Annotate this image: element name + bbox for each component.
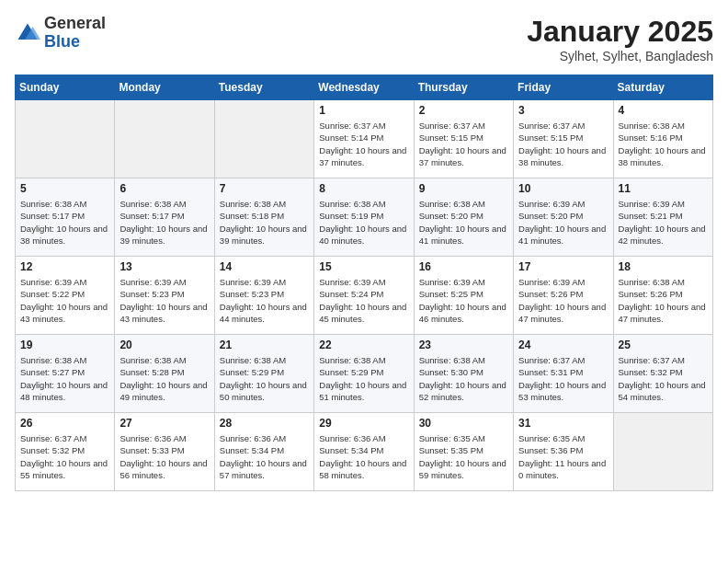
page-header: General Blue January 2025 Sylhet, Sylhet… — [15, 15, 713, 63]
day-info: Sunrise: 6:37 AMSunset: 5:15 PMDaylight:… — [419, 120, 508, 168]
header-friday: Friday — [514, 75, 613, 100]
day-number: 25 — [619, 339, 708, 351]
day-number: 17 — [518, 260, 608, 273]
table-cell: 7Sunrise: 6:38 AMSunset: 5:18 PMDaylight… — [214, 178, 313, 257]
day-info: Sunrise: 6:38 AMSunset: 5:26 PMDaylight:… — [619, 276, 708, 325]
day-number: 16 — [419, 260, 508, 273]
calendar-header: Sunday Monday Tuesday Wednesday Thursday… — [16, 75, 713, 100]
header-tuesday: Tuesday — [214, 75, 313, 100]
table-cell: 9Sunrise: 6:38 AMSunset: 5:20 PMDaylight… — [414, 178, 513, 257]
table-cell: 1Sunrise: 6:37 AMSunset: 5:14 PMDaylight… — [314, 100, 414, 178]
day-info: Sunrise: 6:38 AMSunset: 5:29 PMDaylight:… — [319, 354, 408, 403]
table-cell: 16Sunrise: 6:39 AMSunset: 5:25 PMDayligh… — [414, 257, 513, 335]
day-number: 12 — [20, 260, 109, 273]
table-cell: 5Sunrise: 6:38 AMSunset: 5:17 PMDaylight… — [16, 178, 115, 257]
table-cell: 17Sunrise: 6:39 AMSunset: 5:26 PMDayligh… — [514, 257, 613, 335]
day-info: Sunrise: 6:39 AMSunset: 5:25 PMDaylight:… — [419, 276, 508, 325]
day-number: 18 — [619, 260, 708, 273]
calendar-table: Sunday Monday Tuesday Wednesday Thursday… — [15, 75, 713, 491]
day-number: 8 — [319, 182, 408, 195]
day-info: Sunrise: 6:38 AMSunset: 5:16 PMDaylight:… — [619, 120, 708, 168]
day-number: 6 — [119, 182, 209, 195]
table-cell: 12Sunrise: 6:39 AMSunset: 5:22 PMDayligh… — [16, 257, 115, 335]
table-cell: 25Sunrise: 6:37 AMSunset: 5:32 PMDayligh… — [613, 335, 712, 413]
table-cell: 18Sunrise: 6:38 AMSunset: 5:26 PMDayligh… — [613, 257, 712, 335]
table-cell: 11Sunrise: 6:39 AMSunset: 5:21 PMDayligh… — [613, 178, 712, 257]
header-saturday: Saturday — [613, 75, 712, 100]
header-sunday: Sunday — [16, 75, 115, 100]
day-number: 26 — [20, 417, 109, 430]
table-cell: 28Sunrise: 6:36 AMSunset: 5:34 PMDayligh… — [214, 413, 313, 491]
table-cell: 30Sunrise: 6:35 AMSunset: 5:35 PMDayligh… — [414, 413, 513, 491]
day-number: 9 — [419, 182, 508, 195]
day-info: Sunrise: 6:38 AMSunset: 5:17 PMDaylight:… — [20, 198, 109, 247]
day-info: Sunrise: 6:37 AMSunset: 5:15 PMDaylight:… — [518, 120, 608, 168]
logo-text: General Blue — [44, 15, 106, 52]
day-info: Sunrise: 6:37 AMSunset: 5:14 PMDaylight:… — [319, 120, 408, 168]
table-cell: 15Sunrise: 6:39 AMSunset: 5:24 PMDayligh… — [314, 257, 414, 335]
day-info: Sunrise: 6:39 AMSunset: 5:21 PMDaylight:… — [619, 198, 708, 247]
day-number: 1 — [319, 104, 408, 117]
table-cell: 3Sunrise: 6:37 AMSunset: 5:15 PMDaylight… — [514, 100, 613, 178]
day-number: 23 — [419, 339, 508, 351]
logo-blue: Blue — [44, 32, 80, 51]
day-number: 30 — [419, 417, 508, 430]
day-info: Sunrise: 6:38 AMSunset: 5:19 PMDaylight:… — [319, 198, 408, 247]
day-info: Sunrise: 6:38 AMSunset: 5:29 PMDaylight:… — [220, 354, 309, 403]
day-info: Sunrise: 6:37 AMSunset: 5:31 PMDaylight:… — [518, 354, 608, 403]
day-number: 19 — [20, 339, 109, 351]
day-info: Sunrise: 6:37 AMSunset: 5:32 PMDaylight:… — [20, 432, 109, 481]
logo: General Blue — [15, 15, 106, 52]
table-cell: 10Sunrise: 6:39 AMSunset: 5:20 PMDayligh… — [514, 178, 613, 257]
day-info: Sunrise: 6:35 AMSunset: 5:35 PMDaylight:… — [419, 432, 508, 481]
table-cell: 22Sunrise: 6:38 AMSunset: 5:29 PMDayligh… — [314, 335, 414, 413]
table-cell: 26Sunrise: 6:37 AMSunset: 5:32 PMDayligh… — [16, 413, 115, 491]
day-info: Sunrise: 6:39 AMSunset: 5:24 PMDaylight:… — [319, 276, 408, 325]
day-number: 27 — [119, 417, 209, 430]
table-cell: 4Sunrise: 6:38 AMSunset: 5:16 PMDaylight… — [613, 100, 712, 178]
day-number: 21 — [220, 339, 309, 351]
day-info: Sunrise: 6:36 AMSunset: 5:34 PMDaylight:… — [319, 432, 408, 481]
day-number: 24 — [518, 339, 608, 351]
day-info: Sunrise: 6:39 AMSunset: 5:26 PMDaylight:… — [518, 276, 608, 325]
title-block: January 2025 Sylhet, Sylhet, Bangladesh — [527, 15, 713, 63]
day-info: Sunrise: 6:39 AMSunset: 5:23 PMDaylight:… — [220, 276, 309, 325]
table-cell: 27Sunrise: 6:36 AMSunset: 5:33 PMDayligh… — [115, 413, 214, 491]
day-info: Sunrise: 6:39 AMSunset: 5:20 PMDaylight:… — [518, 198, 608, 247]
table-cell: 23Sunrise: 6:38 AMSunset: 5:30 PMDayligh… — [414, 335, 513, 413]
table-cell: 21Sunrise: 6:38 AMSunset: 5:29 PMDayligh… — [214, 335, 313, 413]
table-cell: 6Sunrise: 6:38 AMSunset: 5:17 PMDaylight… — [115, 178, 214, 257]
day-number: 3 — [518, 104, 608, 117]
table-cell — [214, 100, 313, 178]
header-monday: Monday — [115, 75, 214, 100]
table-cell — [115, 100, 214, 178]
table-cell: 24Sunrise: 6:37 AMSunset: 5:31 PMDayligh… — [514, 335, 613, 413]
day-number: 5 — [20, 182, 109, 195]
table-cell: 29Sunrise: 6:36 AMSunset: 5:34 PMDayligh… — [314, 413, 414, 491]
day-number: 20 — [119, 339, 209, 351]
day-info: Sunrise: 6:38 AMSunset: 5:18 PMDaylight:… — [220, 198, 309, 247]
day-number: 2 — [419, 104, 508, 117]
calendar-body: 1Sunrise: 6:37 AMSunset: 5:14 PMDaylight… — [16, 100, 713, 491]
table-cell: 8Sunrise: 6:38 AMSunset: 5:19 PMDaylight… — [314, 178, 414, 257]
day-number: 15 — [319, 260, 408, 273]
table-cell — [613, 413, 712, 491]
day-info: Sunrise: 6:39 AMSunset: 5:23 PMDaylight:… — [119, 276, 209, 325]
day-number: 28 — [220, 417, 309, 430]
table-cell: 19Sunrise: 6:38 AMSunset: 5:27 PMDayligh… — [16, 335, 115, 413]
day-info: Sunrise: 6:38 AMSunset: 5:28 PMDaylight:… — [119, 354, 209, 403]
table-cell: 13Sunrise: 6:39 AMSunset: 5:23 PMDayligh… — [115, 257, 214, 335]
day-number: 22 — [319, 339, 408, 351]
day-number: 13 — [119, 260, 209, 273]
logo-icon — [15, 20, 40, 46]
day-info: Sunrise: 6:38 AMSunset: 5:30 PMDaylight:… — [419, 354, 508, 403]
day-info: Sunrise: 6:36 AMSunset: 5:33 PMDaylight:… — [119, 432, 209, 481]
table-cell: 20Sunrise: 6:38 AMSunset: 5:28 PMDayligh… — [115, 335, 214, 413]
day-number: 29 — [319, 417, 408, 430]
table-cell: 31Sunrise: 6:35 AMSunset: 5:36 PMDayligh… — [514, 413, 613, 491]
day-info: Sunrise: 6:36 AMSunset: 5:34 PMDaylight:… — [220, 432, 309, 481]
month-title: January 2025 — [527, 15, 713, 49]
day-number: 7 — [220, 182, 309, 195]
day-info: Sunrise: 6:37 AMSunset: 5:32 PMDaylight:… — [619, 354, 708, 403]
day-info: Sunrise: 6:38 AMSunset: 5:17 PMDaylight:… — [119, 198, 209, 247]
